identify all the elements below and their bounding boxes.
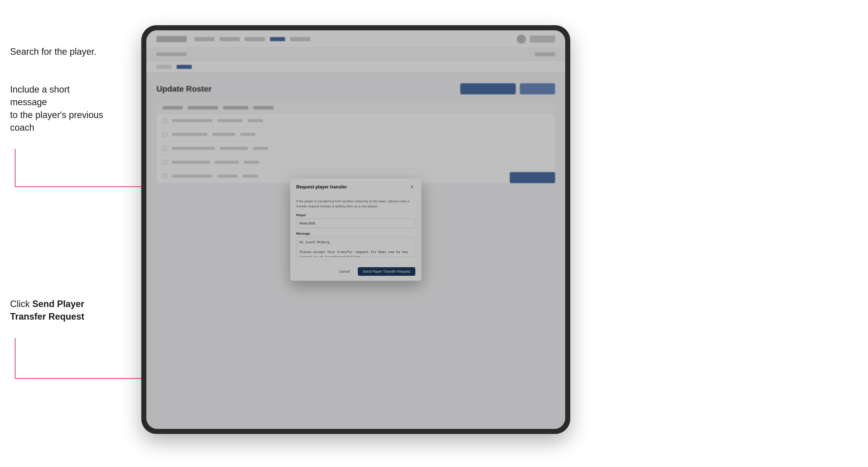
annotation-text-search: Search for the player. <box>10 45 96 58</box>
annotation-area: Search for the player. Include a short m… <box>0 0 146 467</box>
modal-backdrop <box>146 30 565 429</box>
tablet-device: Update Roster <box>141 25 570 434</box>
tablet-screen: Update Roster <box>146 30 565 429</box>
modal-container: Request player transfer ✕ If the player … <box>146 30 565 429</box>
tablet-outer: Update Roster <box>141 25 570 434</box>
annotation-text-message: Include a short messageto the player's p… <box>10 83 106 134</box>
annotation-text-click: Click Send PlayerTransfer Request <box>10 298 106 323</box>
